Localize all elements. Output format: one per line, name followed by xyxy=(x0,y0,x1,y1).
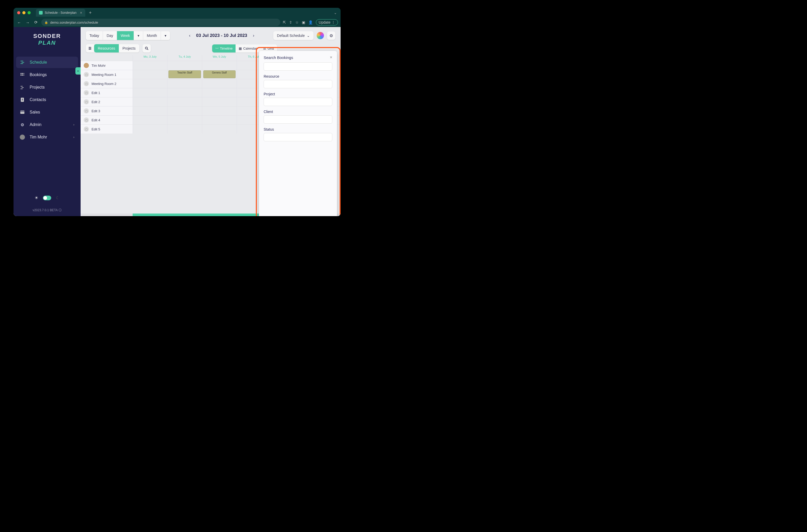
url-text: demo.sonderplan.com/schedule xyxy=(50,20,98,24)
contacts-icon xyxy=(20,97,25,102)
timeline-cell[interactable] xyxy=(133,61,167,70)
month-dropdown[interactable]: ▾ xyxy=(161,31,170,40)
sales-icon xyxy=(20,110,25,115)
close-window[interactable] xyxy=(17,11,20,14)
tabs-dropdown-icon[interactable]: ⌄ xyxy=(334,11,337,15)
svg-rect-3 xyxy=(20,73,22,74)
timeline-cell[interactable] xyxy=(202,116,237,125)
help-icon[interactable]: ⓘ xyxy=(58,208,61,212)
timeline-cell[interactable] xyxy=(133,125,167,134)
timeline-cell[interactable] xyxy=(133,70,167,79)
field-label-resource: Resource xyxy=(264,74,332,78)
timeline-cell[interactable] xyxy=(202,125,237,134)
booking-block[interactable]: Teachin Staff xyxy=(168,70,201,78)
collapse-sidebar-button[interactable]: « xyxy=(75,67,80,75)
booking-block[interactable]: Genera Staff xyxy=(203,70,236,78)
timeline-cell[interactable] xyxy=(133,97,167,106)
schedule-select[interactable]: Default Schedule ⌄ xyxy=(273,31,314,40)
timeline-view-button[interactable]: 〰 Timeline xyxy=(212,44,236,53)
resource-label[interactable]: ▢Edit 4 xyxy=(80,116,133,125)
today-button[interactable]: Today xyxy=(86,31,103,40)
resource-input[interactable] xyxy=(264,80,332,88)
more-icon: ⋮ xyxy=(331,20,335,24)
resource-label[interactable]: ▢Edit 1 xyxy=(80,88,133,97)
status-input[interactable] xyxy=(264,133,332,141)
url-bar[interactable]: 🔒 demo.sonderplan.com/schedule xyxy=(41,19,280,26)
svg-rect-0 xyxy=(20,61,23,61)
sidebar-item-user[interactable]: Tim Mohr › xyxy=(16,131,78,143)
svg-rect-8 xyxy=(24,75,24,76)
sidebar-item-admin[interactable]: ⚙ Admin › xyxy=(16,119,78,130)
person-icon xyxy=(84,63,89,68)
search-button[interactable] xyxy=(143,44,151,53)
svg-rect-1 xyxy=(22,62,24,63)
profile-icon[interactable]: 👤 xyxy=(308,20,313,24)
bookmark-icon[interactable]: ☆ xyxy=(295,20,299,24)
month-button[interactable]: Month xyxy=(143,31,161,40)
close-panel-icon[interactable]: × xyxy=(330,55,332,60)
resource-label[interactable]: ▢Meeting Room 2 xyxy=(80,79,133,88)
share-icon[interactable]: ⇧ xyxy=(289,20,292,24)
new-tab-button[interactable]: + xyxy=(89,10,92,16)
timeline-cell[interactable]: Teachin Staff xyxy=(167,70,202,79)
sidebar-item-contacts[interactable]: Contacts xyxy=(16,94,78,106)
client-input[interactable] xyxy=(264,115,332,124)
minimize-window[interactable] xyxy=(22,11,25,14)
timeline-cell[interactable] xyxy=(133,116,167,125)
prev-range-button[interactable]: ‹ xyxy=(187,32,192,39)
resource-label[interactable]: ▢Meeting Room 1 xyxy=(80,70,133,79)
browser-tab[interactable]: Schedule - Sonderplan × xyxy=(36,9,85,17)
back-button[interactable]: ← xyxy=(16,19,22,26)
search-bookings-input[interactable] xyxy=(264,62,332,71)
resource-label[interactable]: Tim Mohr xyxy=(80,61,133,70)
timeline-cell[interactable] xyxy=(167,79,202,88)
filter-button[interactable] xyxy=(86,44,94,53)
close-tab-icon[interactable]: × xyxy=(80,11,82,15)
tab-title: Schedule - Sonderplan xyxy=(45,11,76,15)
timeline-cell[interactable] xyxy=(133,79,167,88)
timeline-cell[interactable] xyxy=(167,107,202,115)
calendar-view-button[interactable]: ▦ Calendar xyxy=(236,44,260,53)
open-external-icon[interactable]: ⇱ xyxy=(283,20,286,24)
date-range-label[interactable]: 03 Jul 2023 - 10 Jul 2023 xyxy=(196,33,247,38)
resources-tab[interactable]: Resources xyxy=(94,44,119,53)
svg-rect-11 xyxy=(20,89,23,89)
timeline-cell[interactable] xyxy=(202,61,237,70)
timeline-cell[interactable] xyxy=(202,107,237,115)
sidebar-item-schedule[interactable]: Schedule xyxy=(16,57,78,68)
week-dropdown[interactable]: ▾ xyxy=(134,31,143,40)
timeline-cell[interactable] xyxy=(133,88,167,97)
svg-rect-7 xyxy=(22,75,23,76)
color-picker-button[interactable] xyxy=(317,32,324,39)
room-icon: ▢ xyxy=(84,108,89,114)
timeline-cell[interactable] xyxy=(202,97,237,106)
maximize-window[interactable] xyxy=(27,11,31,14)
next-range-button[interactable]: › xyxy=(251,32,256,39)
timeline-cell[interactable] xyxy=(133,107,167,115)
timeline-cell[interactable] xyxy=(202,88,237,97)
day-button[interactable]: Day xyxy=(103,31,117,40)
sidebar-item-bookings[interactable]: Bookings xyxy=(16,69,78,80)
timeline-cell[interactable] xyxy=(167,97,202,106)
project-input[interactable] xyxy=(264,98,332,106)
update-button[interactable]: Update ⋮ xyxy=(316,19,338,25)
theme-switch[interactable] xyxy=(43,196,51,200)
projects-tab[interactable]: Projects xyxy=(119,44,139,53)
resource-label[interactable]: ▢Edit 2 xyxy=(80,97,133,106)
week-button[interactable]: Week xyxy=(117,31,134,40)
sidebar-item-projects[interactable]: Projects xyxy=(16,81,78,93)
timeline-cell[interactable] xyxy=(167,116,202,125)
timeline-cell[interactable] xyxy=(167,88,202,97)
timeline-cell[interactable] xyxy=(167,61,202,70)
timeline-cell[interactable]: Genera Staff xyxy=(202,70,237,79)
resource-label[interactable]: ▢Edit 3 xyxy=(80,107,133,115)
svg-line-23 xyxy=(147,49,148,50)
reload-button[interactable]: ⟳ xyxy=(33,19,39,26)
timeline-cell[interactable] xyxy=(202,79,237,88)
forward-button[interactable]: → xyxy=(25,19,31,26)
sidebar-item-sales[interactable]: Sales xyxy=(16,107,78,118)
timeline-cell[interactable] xyxy=(167,125,202,134)
extensions-icon[interactable]: ▣ xyxy=(302,20,305,24)
settings-button[interactable]: ⚙ xyxy=(327,32,335,40)
resource-label[interactable]: ▢Edit 5 xyxy=(80,125,133,134)
